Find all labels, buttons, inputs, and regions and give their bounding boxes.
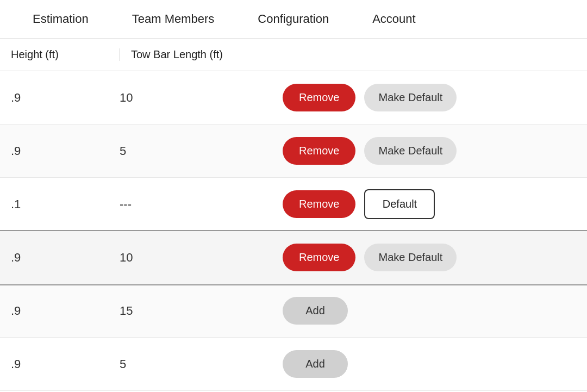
cell-towbar-4: 10 bbox=[120, 251, 283, 265]
nav-item-configuration[interactable]: Configuration bbox=[236, 0, 351, 39]
table-row: .9 5 Add bbox=[0, 338, 587, 391]
cell-towbar-5: 15 bbox=[120, 304, 283, 318]
remove-button-2[interactable]: Remove bbox=[283, 137, 355, 165]
col-header-towbar: Tow Bar Length (ft) bbox=[120, 48, 283, 61]
table-row: .9 5 Remove Make Default bbox=[0, 125, 587, 178]
table-row: .9 10 Remove Make Default bbox=[0, 71, 587, 125]
cell-actions-6: Add bbox=[283, 350, 576, 378]
cell-actions-1: Remove Make Default bbox=[283, 84, 576, 111]
make-default-button-1[interactable]: Make Default bbox=[364, 84, 457, 111]
make-default-button-2[interactable]: Make Default bbox=[364, 137, 457, 165]
table-row: .1 --- Remove Default bbox=[0, 178, 587, 231]
table-row-highlighted: .9 10 Remove Make Default bbox=[0, 231, 587, 284]
nav-item-account[interactable]: Account bbox=[351, 0, 438, 39]
cell-actions-5: Add bbox=[283, 297, 576, 325]
config-table: Height (ft) Tow Bar Length (ft) .9 10 Re… bbox=[0, 39, 587, 391]
cell-towbar-3: --- bbox=[120, 197, 283, 211]
cell-height-6: .9 bbox=[11, 357, 120, 371]
cell-towbar-1: 10 bbox=[120, 91, 283, 105]
cell-actions-3: Remove Default bbox=[283, 189, 576, 219]
remove-button-1[interactable]: Remove bbox=[283, 84, 355, 111]
nav-item-team-members[interactable]: Team Members bbox=[110, 0, 236, 39]
remove-button-4[interactable]: Remove bbox=[283, 244, 355, 271]
cell-towbar-6: 5 bbox=[120, 357, 283, 371]
cell-height-3: .1 bbox=[11, 197, 120, 211]
make-default-button-4[interactable]: Make Default bbox=[364, 244, 457, 271]
default-button-3[interactable]: Default bbox=[364, 189, 435, 219]
cell-height-2: .9 bbox=[11, 144, 120, 158]
table-header: Height (ft) Tow Bar Length (ft) bbox=[0, 39, 587, 71]
cell-height-5: .9 bbox=[11, 304, 120, 318]
col-header-height: Height (ft) bbox=[11, 48, 120, 61]
nav-item-estimation[interactable]: Estimation bbox=[11, 0, 110, 39]
add-button-5[interactable]: Add bbox=[283, 297, 348, 325]
table-row: .9 15 Add bbox=[0, 284, 587, 338]
cell-towbar-2: 5 bbox=[120, 144, 283, 158]
cell-height-4: .9 bbox=[11, 251, 120, 265]
cell-actions-2: Remove Make Default bbox=[283, 137, 576, 165]
nav-bar: Estimation Team Members Configuration Ac… bbox=[0, 0, 587, 39]
remove-button-3[interactable]: Remove bbox=[283, 190, 355, 218]
cell-height-1: .9 bbox=[11, 91, 120, 105]
add-button-6[interactable]: Add bbox=[283, 350, 348, 378]
cell-actions-4: Remove Make Default bbox=[283, 244, 576, 271]
